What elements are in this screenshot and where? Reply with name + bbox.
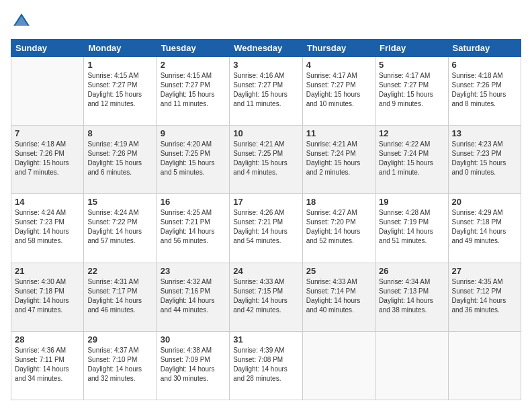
day-number: 16 <box>161 197 226 207</box>
calendar-cell: 28Sunrise: 4:36 AM Sunset: 7:11 PM Dayli… <box>11 331 84 400</box>
cell-info: Sunrise: 4:21 AM Sunset: 7:24 PM Dayligh… <box>306 140 371 177</box>
cell-info: Sunrise: 4:33 AM Sunset: 7:15 PM Dayligh… <box>233 277 298 315</box>
day-header-friday: Friday <box>375 40 448 57</box>
cell-info: Sunrise: 4:23 AM Sunset: 7:23 PM Dayligh… <box>452 140 517 177</box>
day-number: 29 <box>87 334 152 345</box>
day-header-saturday: Saturday <box>448 40 521 57</box>
cell-info: Sunrise: 4:36 AM Sunset: 7:11 PM Dayligh… <box>15 346 80 383</box>
day-number: 28 <box>15 334 80 345</box>
cell-info: Sunrise: 4:18 AM Sunset: 7:26 PM Dayligh… <box>15 140 80 177</box>
day-number: 13 <box>452 128 517 138</box>
cell-info: Sunrise: 4:21 AM Sunset: 7:25 PM Dayligh… <box>233 140 298 177</box>
cell-info: Sunrise: 4:35 AM Sunset: 7:12 PM Dayligh… <box>452 277 517 315</box>
calendar-cell: 31Sunrise: 4:39 AM Sunset: 7:08 PM Dayli… <box>230 331 302 400</box>
cell-info: Sunrise: 4:37 AM Sunset: 7:10 PM Dayligh… <box>87 346 152 383</box>
calendar-cell: 5Sunrise: 4:17 AM Sunset: 7:27 PM Daylig… <box>375 57 448 126</box>
calendar-cell: 19Sunrise: 4:28 AM Sunset: 7:19 PM Dayli… <box>375 194 448 263</box>
day-number: 15 <box>87 197 152 207</box>
day-header-monday: Monday <box>84 40 157 57</box>
cell-info: Sunrise: 4:17 AM Sunset: 7:27 PM Dayligh… <box>306 71 371 109</box>
cell-info: Sunrise: 4:22 AM Sunset: 7:24 PM Dayligh… <box>379 140 444 177</box>
calendar-cell: 9Sunrise: 4:20 AM Sunset: 7:25 PM Daylig… <box>157 126 229 194</box>
day-number: 6 <box>452 60 517 70</box>
cell-info: Sunrise: 4:25 AM Sunset: 7:21 PM Dayligh… <box>161 208 226 246</box>
day-number: 3 <box>233 60 298 70</box>
cell-info: Sunrise: 4:15 AM Sunset: 7:27 PM Dayligh… <box>87 71 152 109</box>
day-header-tuesday: Tuesday <box>157 40 229 57</box>
calendar-cell: 27Sunrise: 4:35 AM Sunset: 7:12 PM Dayli… <box>448 263 521 331</box>
calendar-cell: 18Sunrise: 4:27 AM Sunset: 7:20 PM Dayli… <box>302 194 375 263</box>
calendar-cell: 12Sunrise: 4:22 AM Sunset: 7:24 PM Dayli… <box>375 126 448 194</box>
day-number: 2 <box>161 60 226 70</box>
day-number: 20 <box>452 197 517 207</box>
calendar-cell: 14Sunrise: 4:24 AM Sunset: 7:23 PM Dayli… <box>11 194 84 263</box>
cell-info: Sunrise: 4:18 AM Sunset: 7:26 PM Dayligh… <box>452 71 517 109</box>
day-number: 23 <box>161 266 226 276</box>
day-number: 17 <box>233 197 298 207</box>
cell-info: Sunrise: 4:19 AM Sunset: 7:26 PM Dayligh… <box>87 140 152 177</box>
cell-info: Sunrise: 4:27 AM Sunset: 7:20 PM Dayligh… <box>306 208 371 246</box>
calendar-cell: 16Sunrise: 4:25 AM Sunset: 7:21 PM Dayli… <box>157 194 229 263</box>
calendar-cell: 20Sunrise: 4:29 AM Sunset: 7:18 PM Dayli… <box>448 194 521 263</box>
calendar-cell: 13Sunrise: 4:23 AM Sunset: 7:23 PM Dayli… <box>448 126 521 194</box>
week-row-4: 21Sunrise: 4:30 AM Sunset: 7:18 PM Dayli… <box>11 263 521 331</box>
calendar-cell: 30Sunrise: 4:38 AM Sunset: 7:09 PM Dayli… <box>157 331 229 400</box>
day-number: 21 <box>15 266 80 276</box>
day-number: 12 <box>379 128 444 138</box>
calendar-cell <box>11 57 84 126</box>
calendar-cell: 10Sunrise: 4:21 AM Sunset: 7:25 PM Dayli… <box>230 126 302 194</box>
day-number: 14 <box>15 197 80 207</box>
day-number: 10 <box>233 128 298 138</box>
day-number: 18 <box>306 197 371 207</box>
day-number: 31 <box>233 334 298 345</box>
calendar-cell: 7Sunrise: 4:18 AM Sunset: 7:26 PM Daylig… <box>11 126 84 194</box>
calendar-cell: 17Sunrise: 4:26 AM Sunset: 7:21 PM Dayli… <box>230 194 302 263</box>
cell-info: Sunrise: 4:34 AM Sunset: 7:13 PM Dayligh… <box>379 277 444 315</box>
calendar-cell: 11Sunrise: 4:21 AM Sunset: 7:24 PM Dayli… <box>302 126 375 194</box>
calendar-cell: 8Sunrise: 4:19 AM Sunset: 7:26 PM Daylig… <box>84 126 157 194</box>
cell-info: Sunrise: 4:29 AM Sunset: 7:18 PM Dayligh… <box>452 208 517 246</box>
cell-info: Sunrise: 4:15 AM Sunset: 7:27 PM Dayligh… <box>161 71 226 109</box>
cell-info: Sunrise: 4:17 AM Sunset: 7:27 PM Dayligh… <box>379 71 444 109</box>
calendar-cell: 26Sunrise: 4:34 AM Sunset: 7:13 PM Dayli… <box>375 263 448 331</box>
week-row-2: 7Sunrise: 4:18 AM Sunset: 7:26 PM Daylig… <box>11 126 521 194</box>
cell-info: Sunrise: 4:16 AM Sunset: 7:27 PM Dayligh… <box>233 71 298 109</box>
day-number: 4 <box>306 60 371 70</box>
day-header-wednesday: Wednesday <box>230 40 302 57</box>
week-row-3: 14Sunrise: 4:24 AM Sunset: 7:23 PM Dayli… <box>11 194 521 263</box>
cell-info: Sunrise: 4:26 AM Sunset: 7:21 PM Dayligh… <box>233 208 298 246</box>
cell-info: Sunrise: 4:28 AM Sunset: 7:19 PM Dayligh… <box>379 208 444 246</box>
day-number: 1 <box>87 60 152 70</box>
calendar-cell: 25Sunrise: 4:33 AM Sunset: 7:14 PM Dayli… <box>302 263 375 331</box>
calendar-cell: 3Sunrise: 4:16 AM Sunset: 7:27 PM Daylig… <box>230 57 302 126</box>
day-number: 8 <box>87 128 152 138</box>
week-row-5: 28Sunrise: 4:36 AM Sunset: 7:11 PM Dayli… <box>11 331 521 400</box>
calendar-cell: 29Sunrise: 4:37 AM Sunset: 7:10 PM Dayli… <box>84 331 157 400</box>
calendar-cell: 4Sunrise: 4:17 AM Sunset: 7:27 PM Daylig… <box>302 57 375 126</box>
cell-info: Sunrise: 4:20 AM Sunset: 7:25 PM Dayligh… <box>161 140 226 177</box>
day-header-sunday: Sunday <box>11 40 84 57</box>
day-header-row: SundayMondayTuesdayWednesdayThursdayFrid… <box>11 40 521 57</box>
calendar-cell <box>375 331 448 400</box>
logo <box>11 11 35 32</box>
day-number: 30 <box>161 334 226 345</box>
logo-icon <box>11 11 32 32</box>
day-number: 27 <box>452 266 517 276</box>
page: SundayMondayTuesdayWednesdayThursdayFrid… <box>0 0 532 411</box>
calendar-cell: 2Sunrise: 4:15 AM Sunset: 7:27 PM Daylig… <box>157 57 229 126</box>
week-row-1: 1Sunrise: 4:15 AM Sunset: 7:27 PM Daylig… <box>11 57 521 126</box>
calendar-body: 1Sunrise: 4:15 AM Sunset: 7:27 PM Daylig… <box>11 57 521 400</box>
day-number: 26 <box>379 266 444 276</box>
day-number: 25 <box>306 266 371 276</box>
calendar-cell: 24Sunrise: 4:33 AM Sunset: 7:15 PM Dayli… <box>230 263 302 331</box>
day-number: 22 <box>87 266 152 276</box>
calendar-cell: 6Sunrise: 4:18 AM Sunset: 7:26 PM Daylig… <box>448 57 521 126</box>
calendar-table: SundayMondayTuesdayWednesdayThursdayFrid… <box>11 39 521 400</box>
day-number: 11 <box>306 128 371 138</box>
cell-info: Sunrise: 4:24 AM Sunset: 7:22 PM Dayligh… <box>87 208 152 246</box>
cell-info: Sunrise: 4:38 AM Sunset: 7:09 PM Dayligh… <box>161 346 226 383</box>
calendar-cell: 21Sunrise: 4:30 AM Sunset: 7:18 PM Dayli… <box>11 263 84 331</box>
cell-info: Sunrise: 4:24 AM Sunset: 7:23 PM Dayligh… <box>15 208 80 246</box>
day-header-thursday: Thursday <box>302 40 375 57</box>
calendar-cell: 23Sunrise: 4:32 AM Sunset: 7:16 PM Dayli… <box>157 263 229 331</box>
